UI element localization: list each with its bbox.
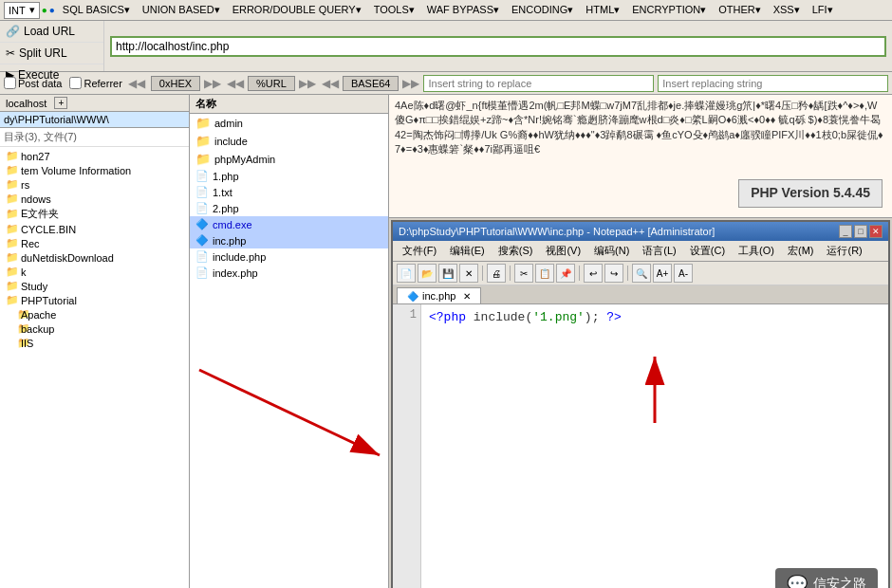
file-name: 1.txt — [213, 187, 232, 198]
base64-tab[interactable]: BASE64 — [343, 76, 400, 91]
list-item[interactable]: 📁 phpMyAdmin — [190, 150, 388, 168]
zoom-in-btn[interactable]: A+ — [653, 264, 672, 283]
zoom-out-btn[interactable]: A- — [674, 264, 693, 283]
nav-html[interactable]: HTML▾ — [580, 2, 625, 18]
notepad-editor[interactable]: 1 <?php include('1.png'); ?> — [393, 304, 888, 588]
replace-string-input[interactable] — [423, 75, 654, 92]
file-name: 1.php — [213, 171, 239, 182]
menu-run[interactable]: 运行(R) — [821, 243, 867, 259]
list-item-inc[interactable]: 🔷 inc.php — [190, 232, 388, 248]
redo-btn[interactable]: ↪ — [604, 264, 623, 283]
minimize-button[interactable]: _ — [839, 225, 852, 238]
file-list-panel: 名称 📁 admin 📁 include 📁 phpMyAdmin 📄 1.ph… — [190, 95, 389, 588]
nav-encoding[interactable]: ENCODING▾ — [506, 2, 579, 18]
nav-union-based[interactable]: UNION BASED▾ — [137, 2, 226, 18]
print-btn[interactable]: 🖨 — [487, 264, 506, 283]
tab-close-icon[interactable]: ✕ — [463, 291, 471, 302]
arrow-container — [429, 347, 881, 423]
nav-xss[interactable]: XSS▾ — [768, 2, 806, 18]
tree-item[interactable]: 📁 Study — [2, 279, 187, 293]
replacing-string-input[interactable] — [658, 75, 888, 92]
list-item[interactable]: 📄 index.php — [190, 265, 388, 281]
tree-item-label: rs — [21, 179, 29, 191]
menu-encoding[interactable]: 编码(N) — [588, 243, 635, 259]
menu-file[interactable]: 文件(F) — [397, 243, 442, 259]
tree-item[interactable]: 📁 ndows — [2, 192, 187, 206]
new-file-btn[interactable]: 📄 — [397, 264, 416, 283]
close-file-btn[interactable]: ✕ — [459, 264, 478, 283]
split-url-button[interactable]: ✂ Split URL — [0, 43, 103, 64]
menu-tools[interactable]: 工具(O) — [733, 243, 780, 259]
save-file-btn[interactable]: 💾 — [438, 264, 457, 283]
menu-search[interactable]: 搜索(S) — [492, 243, 539, 259]
menu-view[interactable]: 视图(V) — [540, 243, 586, 259]
nav-error-double[interactable]: ERROR/DOUBLE QUERY▾ — [227, 2, 367, 18]
dot-green: ● — [42, 5, 47, 15]
list-item[interactable]: 📁 include — [190, 132, 388, 150]
tree-item[interactable]: 📁 CYCLE.BIN — [2, 222, 187, 236]
list-item[interactable]: 📄 1.txt — [190, 184, 388, 200]
notepad-tab-inc[interactable]: 🔷 inc.php ✕ — [397, 287, 481, 303]
menu-language[interactable]: 语言(L) — [637, 243, 681, 259]
tree-item[interactable]: 📁 hon27 — [2, 149, 187, 163]
nav-lfi[interactable]: LFI▾ — [807, 2, 839, 18]
close-button[interactable]: ✕ — [869, 225, 883, 238]
tree-item[interactable]: 📁 backup — [2, 322, 187, 336]
referrer-checkbox-label[interactable]: Referrer — [69, 77, 121, 89]
tree-item[interactable]: 📁 IIS — [2, 336, 187, 350]
tree-item[interactable]: 📁 k — [2, 265, 187, 279]
nav-encryption[interactable]: ENCRYPTION▾ — [626, 2, 712, 18]
tree-item[interactable]: 📁 Apache — [2, 307, 187, 322]
notepad-tab-bar: 🔷 inc.php ✕ — [393, 285, 888, 304]
url-tab[interactable]: %URL — [248, 76, 295, 91]
menu-edit[interactable]: 编辑(E) — [444, 243, 491, 259]
list-item[interactable]: 📄 include.php — [190, 248, 388, 265]
paste-btn[interactable]: 📌 — [556, 264, 575, 283]
tree-item[interactable]: 📁 E文件夹 — [2, 206, 187, 222]
add-tab-btn[interactable]: + — [54, 97, 67, 109]
editor-content[interactable]: <?php include('1.png'); ?> — [421, 304, 888, 588]
tab-label: inc.php — [422, 290, 455, 302]
list-item[interactable]: 📄 2.php — [190, 200, 388, 216]
find-btn[interactable]: 🔍 — [632, 264, 651, 283]
maximize-button[interactable]: □ — [854, 225, 867, 238]
divider2: ▶▶ — [204, 77, 221, 90]
url-input[interactable] — [110, 36, 886, 57]
copy-btn[interactable]: 📋 — [535, 264, 554, 283]
nav-other[interactable]: OTHER▾ — [713, 2, 767, 18]
list-item[interactable]: 📄 1.php — [190, 168, 388, 184]
nav-waf-bypass[interactable]: WAF BYPASS▾ — [421, 2, 505, 18]
tree-item-label: duNetdiskDownload — [21, 252, 114, 264]
notepad-titlebar: D:\phpStudy\PHPTutorial\WWW\inc.php - No… — [393, 222, 888, 241]
menu-macro[interactable]: 宏(M) — [782, 243, 820, 259]
file-icon: 📄 — [195, 250, 209, 263]
post-data-checkbox-label[interactable]: Post data — [4, 77, 62, 89]
file-name: inc.php — [213, 235, 246, 247]
undo-btn[interactable]: ↩ — [584, 264, 603, 283]
hex-tab[interactable]: 0xHEX — [151, 76, 200, 91]
folder-icon: 📁 — [6, 266, 19, 278]
folder-icon: 📁 — [195, 152, 211, 166]
open-file-btn[interactable]: 📂 — [418, 264, 437, 283]
int-dropdown[interactable]: INT ▾ — [4, 2, 40, 19]
tab-icon: 🔷 — [407, 291, 418, 302]
tree-item[interactable]: 📁 PHPTutorial — [2, 293, 187, 307]
cut-btn[interactable]: ✂ — [514, 264, 533, 283]
menu-settings[interactable]: 设置(C) — [684, 243, 731, 259]
load-url-button[interactable]: 🔗 Load URL — [0, 21, 103, 43]
notepad-title: D:\phpStudy\PHPTutorial\WWW\inc.php - No… — [399, 226, 715, 237]
tree-item[interactable]: 📁 Rec — [2, 236, 187, 250]
tree-item[interactable]: 📁 rs — [2, 177, 187, 192]
nav-tools[interactable]: TOOLS▾ — [368, 2, 420, 18]
list-item-cmd[interactable]: 🔷 cmd.exe — [190, 216, 388, 232]
tree-item[interactable]: 📁 duNetdiskDownload — [2, 250, 187, 265]
nav-sql-basics[interactable]: SQL BASICS▾ — [57, 2, 136, 18]
wechat-badge: 💬 信安之路 — [775, 568, 878, 588]
tree-item[interactable]: 📁 tem Volume Information — [2, 163, 187, 177]
list-item[interactable]: 📁 admin — [190, 114, 388, 132]
file-name: phpMyAdmin — [214, 154, 275, 165]
post-data-checkbox[interactable] — [4, 77, 16, 89]
referrer-checkbox[interactable] — [69, 77, 82, 89]
file-name: admin — [214, 118, 243, 129]
file-list-header: 名称 — [190, 95, 388, 114]
